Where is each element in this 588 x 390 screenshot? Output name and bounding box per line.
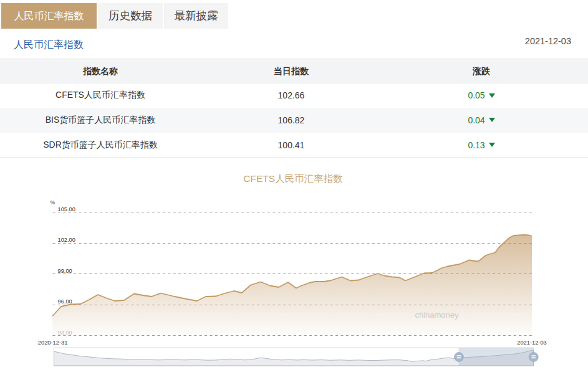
svg-text:2020-12-31: 2020-12-31 bbox=[38, 340, 68, 346]
svg-text:102.00: 102.00 bbox=[58, 237, 75, 243]
svg-text:96.00: 96.00 bbox=[58, 298, 72, 305]
svg-text:chinamoney: chinamoney bbox=[415, 310, 459, 320]
svg-text:105.00: 105.00 bbox=[58, 206, 75, 212]
svg-text:99.00: 99.00 bbox=[58, 268, 72, 274]
svg-text:%: % bbox=[51, 199, 55, 206]
svg-text:2021-12-03: 2021-12-03 bbox=[517, 340, 547, 346]
